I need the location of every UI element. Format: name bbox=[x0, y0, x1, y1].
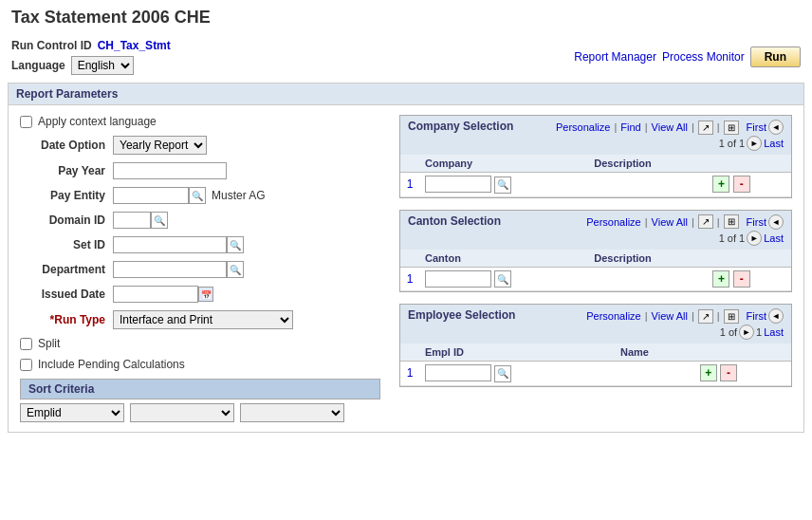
employee-personalize-link[interactable]: Personalize bbox=[586, 310, 640, 322]
company-last-link[interactable]: Last bbox=[764, 138, 784, 149]
apply-context-checkbox[interactable] bbox=[20, 116, 32, 128]
employee-remove-btn[interactable]: - bbox=[720, 364, 737, 381]
canton-row-actions: + - bbox=[707, 267, 791, 291]
canton-grid-controls-bottom: 1 of 1 ► Last bbox=[719, 231, 784, 246]
employee-grid-controls-top: Personalize | View All | ↗ | ⊞ First ◄ bbox=[586, 308, 784, 324]
sort-criteria-header: Sort Criteria bbox=[20, 379, 380, 399]
company-lookup-btn[interactable]: 🔍 bbox=[494, 176, 511, 194]
company-grid-header: Company Selection Personalize | Find | V… bbox=[400, 116, 791, 155]
domain-id-lookup[interactable]: 🔍 bbox=[151, 212, 168, 229]
company-export-icon[interactable]: ↗ bbox=[698, 121, 713, 135]
calendar-icon[interactable]: 📅 bbox=[198, 287, 213, 302]
company-find-link[interactable]: Find bbox=[620, 121, 640, 133]
run-type-select[interactable]: Interface and Print bbox=[113, 310, 293, 329]
company-grid-controls: Personalize | Find | View All | ↗ | ⊞ Fi… bbox=[556, 120, 784, 151]
sort-criteria-row: Emplid bbox=[20, 403, 380, 422]
employee-page-num: 1 bbox=[756, 326, 762, 338]
include-pending-row: Include Pending Calculations bbox=[20, 358, 380, 371]
employee-row-num: 1 bbox=[400, 362, 419, 386]
canton-next-btn[interactable]: ► bbox=[747, 231, 762, 246]
sort-dropdown-3[interactable] bbox=[240, 403, 344, 422]
report-manager-link[interactable]: Report Manager bbox=[574, 50, 656, 64]
department-row: Department 🔍 bbox=[20, 261, 380, 278]
company-next-btn[interactable]: ► bbox=[747, 136, 762, 151]
language-label: Language bbox=[11, 59, 65, 72]
process-monitor-link[interactable]: Process Monitor bbox=[662, 50, 745, 64]
set-id-input[interactable]: SHARE bbox=[113, 236, 227, 253]
employee-view-all-link[interactable]: View All bbox=[652, 310, 688, 322]
department-lookup[interactable]: 🔍 bbox=[227, 261, 244, 278]
run-button[interactable]: Run bbox=[750, 46, 801, 67]
employee-grid-icon[interactable]: ⊞ bbox=[724, 309, 739, 324]
canton-row-canton: 🔍 bbox=[419, 267, 588, 291]
employee-row-name bbox=[615, 362, 694, 386]
company-add-btn[interactable]: + bbox=[712, 176, 729, 193]
set-id-lookup[interactable]: 🔍 bbox=[227, 236, 244, 253]
department-input[interactable] bbox=[113, 261, 227, 278]
date-option-select[interactable]: Yearly Report bbox=[113, 136, 207, 155]
employee-lookup-btn[interactable]: 🔍 bbox=[494, 365, 511, 382]
issued-date-label: Issued Date bbox=[20, 288, 105, 301]
canton-view-all-link[interactable]: View All bbox=[652, 216, 688, 228]
language-row: Language English bbox=[11, 56, 171, 75]
employee-export-icon[interactable]: ↗ bbox=[698, 309, 713, 324]
employee-row-emplid: 🔍 bbox=[419, 362, 615, 386]
date-option-label: Date Option bbox=[20, 139, 105, 152]
canton-canton-input[interactable] bbox=[425, 270, 491, 288]
split-row: Split bbox=[20, 337, 380, 350]
canton-first-link[interactable]: First bbox=[747, 216, 766, 228]
split-checkbox[interactable] bbox=[20, 338, 32, 350]
company-row-description bbox=[588, 173, 707, 197]
pay-year-input[interactable]: 2013 bbox=[113, 162, 227, 179]
language-select[interactable]: English bbox=[71, 56, 134, 75]
employee-prev-btn[interactable]: ◄ bbox=[768, 308, 784, 324]
company-grid-icon[interactable]: ⊞ bbox=[724, 121, 739, 135]
canton-grid-controls-top: Personalize | View All | ↗ | ⊞ First ◄ bbox=[586, 214, 784, 230]
sort-dropdown-1[interactable]: Emplid bbox=[20, 403, 124, 422]
company-col-company: Company bbox=[419, 155, 588, 173]
canton-add-btn[interactable]: + bbox=[712, 270, 729, 288]
company-personalize-link[interactable]: Personalize bbox=[556, 121, 610, 133]
employee-next-btn[interactable]: ► bbox=[739, 325, 754, 340]
canton-remove-btn[interactable]: - bbox=[733, 270, 750, 288]
employee-grid-header: Employee Selection Personalize | View Al… bbox=[400, 305, 791, 344]
employee-add-btn[interactable]: + bbox=[700, 364, 717, 381]
pay-entity-lookup[interactable]: 🔍 bbox=[189, 187, 206, 204]
canton-grid-header: Canton Selection Personalize | View All … bbox=[400, 211, 791, 250]
sort-dropdown-2[interactable] bbox=[130, 403, 234, 422]
employee-first-link[interactable]: First bbox=[747, 310, 766, 322]
canton-prev-btn[interactable]: ◄ bbox=[768, 214, 784, 230]
issued-date-row: Issued Date 12/31/2013 📅 bbox=[20, 286, 380, 303]
domain-id-input[interactable]: 1 bbox=[113, 212, 151, 229]
split-label: Split bbox=[38, 337, 60, 350]
set-id-row: Set ID SHARE 🔍 bbox=[20, 236, 380, 253]
right-panel: Company Selection Personalize | Find | V… bbox=[399, 115, 792, 422]
employee-grid: Employee Selection Personalize | View Al… bbox=[399, 304, 792, 387]
company-first-link[interactable]: First bbox=[747, 121, 766, 133]
company-view-all-link[interactable]: View All bbox=[652, 121, 688, 133]
pay-entity-input[interactable]: GWS bbox=[113, 187, 189, 204]
company-row-num: 1 bbox=[400, 173, 419, 197]
canton-grid-icon[interactable]: ⊞ bbox=[724, 214, 739, 229]
pay-entity-desc: Muster AG bbox=[212, 189, 266, 202]
run-type-row: *Run Type Interface and Print bbox=[20, 310, 380, 329]
company-remove-btn[interactable]: - bbox=[733, 176, 750, 193]
company-grid-controls-top: Personalize | Find | View All | ↗ | ⊞ Fi… bbox=[556, 120, 784, 135]
company-company-input[interactable] bbox=[425, 176, 491, 193]
company-first-label: First bbox=[747, 121, 766, 133]
employee-last-link[interactable]: Last bbox=[764, 326, 784, 338]
canton-lookup-btn[interactable]: 🔍 bbox=[494, 270, 511, 288]
include-pending-checkbox[interactable] bbox=[20, 359, 32, 371]
canton-personalize-link[interactable]: Personalize bbox=[586, 216, 640, 228]
employee-emplid-input[interactable] bbox=[425, 364, 491, 381]
employee-grid-title: Employee Selection bbox=[408, 308, 515, 322]
employee-row-actions: + - bbox=[694, 362, 791, 386]
canton-export-icon[interactable]: ↗ bbox=[698, 214, 713, 229]
issued-date-input[interactable]: 12/31/2013 bbox=[113, 286, 198, 303]
canton-page-info: 1 of 1 bbox=[719, 232, 746, 244]
canton-last-link[interactable]: Last bbox=[764, 232, 784, 244]
employee-first-label: First bbox=[747, 310, 766, 322]
company-table: Company Description 1 🔍 bbox=[400, 155, 791, 197]
company-col-actions bbox=[707, 155, 791, 173]
company-prev-btn[interactable]: ◄ bbox=[768, 120, 784, 135]
